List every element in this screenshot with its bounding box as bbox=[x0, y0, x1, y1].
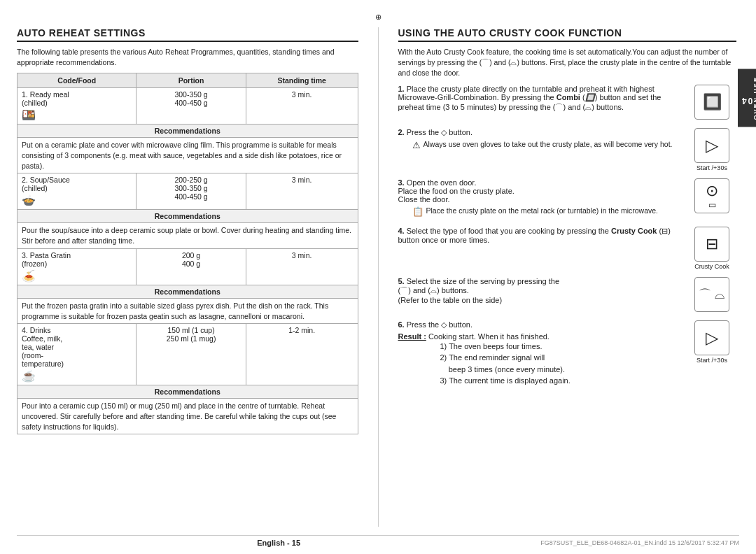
step-3-content: 3. Open the oven door.Place the food on … bbox=[398, 178, 684, 220]
standing-cell-2: 3 min. bbox=[246, 173, 358, 210]
rec-header-3: Recommendations bbox=[18, 285, 358, 298]
table-row: 4. DrinksCoffee, milk,tea, water(room-te… bbox=[18, 324, 358, 385]
step-3: 3. Open the oven door.Place the food on … bbox=[398, 178, 737, 220]
step-2-icon: ▷ Start /+30s bbox=[687, 128, 736, 171]
table-row: Recommendations bbox=[18, 285, 358, 298]
standing-cell-1: 3 min. bbox=[246, 88, 358, 125]
step-6-content: 6. Press the ◇ button. Result : Cooking … bbox=[398, 320, 684, 387]
step-6-text: Press the ◇ button. bbox=[407, 320, 472, 329]
footer-right: FG87SUST_ELE_DE68-04682A-01_EN.indd 15 1… bbox=[540, 539, 739, 546]
top-compass-decoration: ⊕ bbox=[17, 13, 739, 22]
step-1-content: 1. Place the crusty plate directly on th… bbox=[398, 85, 684, 113]
step-2-text: Press the ◇ button. bbox=[407, 128, 472, 136]
step-4-content: 4. Select the type of food that you are … bbox=[398, 227, 684, 244]
step-3-note-text: Place the crusty plate on the metal rack… bbox=[426, 206, 658, 215]
right-section: 04 OVEN USE USING THE AUTO CRUSTY COOK F… bbox=[398, 27, 740, 527]
result-label: Result : bbox=[398, 332, 426, 341]
right-section-title: USING THE AUTO CRUSTY COOK FUNCTION bbox=[398, 27, 737, 42]
crusty-cook-icon: ⊟ bbox=[706, 235, 718, 253]
column-divider bbox=[378, 27, 379, 527]
step-5-text: Select the size of the serving by pressi… bbox=[398, 277, 560, 304]
rack-icon: ▭ bbox=[708, 200, 716, 210]
step-2-content: 2. Press the ◇ button. ⚠ Always use oven… bbox=[398, 128, 684, 153]
table-row: Recommendations bbox=[18, 210, 358, 223]
microwave-grill-icon: 🔲 bbox=[703, 93, 722, 111]
food-cell-2: 2. Soup/Sauce(chilled) 🍲 bbox=[18, 173, 136, 210]
step-3-icon-box: ⊙ ▭ bbox=[694, 178, 729, 213]
step-5-content: 5. Select the size of the serving by pre… bbox=[398, 277, 684, 304]
step-2-note-text: Always use oven gloves to take out the c… bbox=[424, 140, 673, 148]
standing-cell-3: 3 min. bbox=[246, 248, 358, 285]
step-5-number: 5. bbox=[398, 277, 405, 285]
right-intro: With the Auto Crusty Cook feature, the c… bbox=[398, 47, 737, 79]
step-4-icon-label: Crusty Cook bbox=[694, 263, 729, 270]
table-row: Recommendations bbox=[18, 385, 358, 399]
step-4-number: 4. bbox=[398, 227, 405, 235]
note-icon-3: 📋 bbox=[412, 206, 424, 217]
step-4-icon-box: ⊟ bbox=[694, 227, 729, 262]
rec-header-4: Recommendations bbox=[18, 385, 358, 399]
rec-header-1: Recommendations bbox=[18, 125, 358, 138]
step-2: 2. Press the ◇ button. ⚠ Always use oven… bbox=[398, 128, 737, 171]
turntable-icon: ⊙ bbox=[706, 182, 718, 200]
step-4-icon: ⊟ Crusty Cook bbox=[687, 227, 736, 270]
oven-tab-text: OVEN USE bbox=[752, 76, 756, 120]
reheat-table: Code/Food Portion Standing time 1. Ready… bbox=[17, 73, 358, 434]
food-icon-1: 🍱 bbox=[22, 108, 132, 122]
table-row: Pour the soup/sauce into a deep ceramic … bbox=[18, 223, 358, 248]
food-icon-4: ☕ bbox=[22, 369, 132, 383]
step-2-icon-box: ▷ bbox=[694, 128, 729, 163]
standing-cell-4: 1-2 min. bbox=[246, 324, 358, 385]
step-2-number: 2. bbox=[398, 128, 405, 136]
portion-cell-3: 200 g400 g bbox=[136, 248, 246, 285]
step-5-icon: ⌒ ⌓ bbox=[687, 277, 736, 313]
rec-text-4: Pour into a ceramic cup (150 ml) or mug … bbox=[18, 399, 358, 434]
table-row: Put the frozen pasta gratin into a suita… bbox=[18, 298, 358, 323]
table-row: 3. Pasta Gratin(frozen) 🍝 200 g400 g 3 m… bbox=[18, 248, 358, 285]
table-row: Put on a ceramic plate and cover with mi… bbox=[18, 138, 358, 173]
start-button-icon: ▷ bbox=[706, 136, 718, 155]
step-1-icon: 🔲 bbox=[687, 85, 736, 121]
oven-use-tab: 04 OVEN USE bbox=[738, 69, 756, 127]
step-1-number: 1. bbox=[398, 85, 405, 93]
step-3-note: 📋 Place the crusty plate on the metal ra… bbox=[412, 206, 684, 217]
step-6: 6. Press the ◇ button. Result : Cooking … bbox=[398, 320, 737, 387]
col-header-portion: Portion bbox=[136, 73, 246, 88]
step-5: 5. Select the size of the serving by pre… bbox=[398, 277, 737, 313]
rec-text-1: Put on a ceramic plate and cover with mi… bbox=[18, 138, 358, 173]
step-5-icon-box: ⌒ ⌓ bbox=[694, 277, 729, 312]
right-inner: USING THE AUTO CRUSTY COOK FUNCTION With… bbox=[398, 27, 740, 387]
step-6-icon: ▷ Start /+30s bbox=[687, 320, 736, 364]
portion-cell-1: 300-350 g400-450 g bbox=[136, 88, 246, 125]
food-cell-3: 3. Pasta Gratin(frozen) 🍝 bbox=[18, 248, 136, 285]
table-row: 2. Soup/Sauce(chilled) 🍲 200-250 g300-35… bbox=[18, 173, 358, 210]
step-2-note: ⚠ Always use oven gloves to take out the… bbox=[412, 140, 684, 150]
step-6-number: 6. bbox=[398, 320, 405, 329]
start-button-2-icon: ▷ bbox=[706, 328, 718, 348]
food-icon-3: 🍝 bbox=[22, 269, 132, 283]
result-details: 1) The oven beeps four times. 2) The end… bbox=[440, 341, 684, 387]
left-section: AUTO REHEAT SETTINGS The following table… bbox=[17, 27, 358, 527]
table-row: Pour into a ceramic cup (150 ml) or mug … bbox=[18, 399, 358, 434]
table-row: 1. Ready meal(chilled) 🍱 300-350 g400-45… bbox=[18, 88, 358, 125]
food-icon-2: 🍲 bbox=[22, 194, 132, 207]
result-intro: Cooking start. When it has finished. bbox=[426, 332, 550, 341]
footer-center: English - 15 bbox=[257, 539, 300, 547]
food-cell-4: 4. DrinksCoffee, milk,tea, water(room-te… bbox=[18, 324, 136, 385]
left-section-title: AUTO REHEAT SETTINGS bbox=[17, 27, 358, 42]
compass-icon: ⊕ bbox=[375, 13, 382, 22]
step-3-icon: ⊙ ▭ bbox=[687, 178, 736, 215]
rec-text-3: Put the frozen pasta gratin into a suita… bbox=[18, 298, 358, 323]
step-1-icon-box: 🔲 bbox=[694, 85, 729, 120]
step-4-text: Select the type of food that you are coo… bbox=[398, 227, 671, 244]
step-3-number: 3. bbox=[398, 178, 405, 187]
warning-icon: ⚠ bbox=[412, 140, 421, 150]
step-6-icon-box: ▷ bbox=[694, 320, 729, 355]
portion-cell-2: 200-250 g300-350 g400-450 g bbox=[136, 173, 246, 210]
col-header-standing: Standing time bbox=[246, 73, 358, 88]
step-4: 4. Select the type of food that you are … bbox=[398, 227, 737, 270]
col-header-food: Code/Food bbox=[18, 73, 136, 88]
step-3-text: Open the oven door.Place the food on the… bbox=[398, 178, 514, 204]
step-1-text: Place the crusty plate directly on the t… bbox=[398, 85, 662, 111]
result-block: Result : Cooking start. When it has fini… bbox=[398, 332, 684, 387]
